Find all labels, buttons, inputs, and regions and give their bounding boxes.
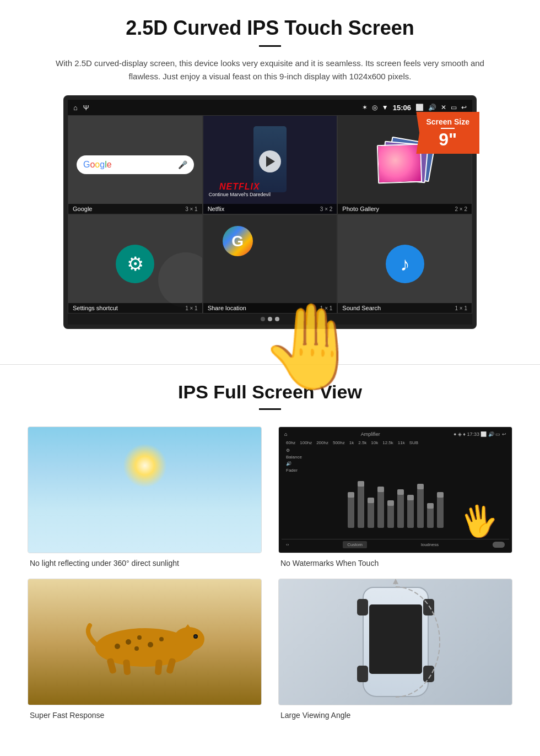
badge-title: Screen Size	[426, 117, 469, 126]
amp-home-icon[interactable]: ⌂	[284, 431, 287, 437]
amp-status-icons: ● ◈ ♦ 17:33 ⬜ 🔊 ▭ ↩	[453, 431, 506, 437]
gallery-grid-size: 2 × 2	[455, 206, 467, 212]
status-right: ✶ ◎ ▼ 15:06 ⬜ 🔊 ✕ ▭ ↩	[362, 104, 467, 112]
window-icon[interactable]: ▭	[451, 104, 457, 111]
svg-point-13	[195, 635, 197, 638]
device-container: ⌂ Ψ ✶ ◎ ▼ 15:06 ⬜ 🔊 ✕ ▭ ↩	[63, 95, 477, 329]
sunlight-caption: No light reflecting under 360° direct su…	[28, 559, 262, 568]
svg-point-7	[137, 635, 142, 640]
amp-top-bar: ⌂ Amplifier ● ◈ ♦ 17:33 ⬜ 🔊 ▭ ↩	[282, 430, 509, 439]
flower-image	[378, 145, 421, 183]
amp-bottom: ‹› Custom loudness	[282, 539, 509, 550]
eq-bar-9	[427, 506, 434, 528]
google-app-label: Google	[73, 206, 92, 212]
camera-icon: ⬜	[415, 104, 424, 111]
cheetah-svg	[73, 609, 217, 675]
sound-grid-size: 1 × 1	[455, 305, 467, 311]
google-g-icon: G	[223, 226, 253, 256]
car-image: ↑	[278, 579, 512, 705]
feature-cheetah: Super Fast Response	[28, 579, 262, 720]
hand-pointer-image: 🤚	[260, 298, 363, 395]
amp-title: Amplifier	[361, 431, 380, 437]
loudness-toggle[interactable]	[493, 542, 505, 548]
feature-car: ↑ Large Viewing Angle	[278, 579, 512, 720]
netflix-logo-area: NETFLIX Continue Marvel's Daredevil	[209, 182, 271, 197]
mic-icon[interactable]: 🎤	[178, 160, 187, 169]
cheetah-image	[28, 579, 262, 705]
custom-button[interactable]: Custom	[343, 541, 367, 548]
feature-sunlight: No light reflecting under 360° direct su…	[28, 426, 262, 568]
sun-glow	[123, 444, 167, 488]
car-scene: ↑	[279, 579, 512, 705]
netflix-grid-size: 3 × 2	[320, 206, 333, 212]
location-icon: ◎	[372, 104, 377, 111]
title-underline	[259, 45, 281, 47]
netflix-app-label: Netflix	[208, 206, 225, 212]
music-note-symbol: ♪	[400, 253, 410, 275]
amp-nav-icons: ‹›	[286, 542, 289, 547]
volume-icon: 🔊	[428, 104, 436, 111]
amplifier-image: ⌂ Amplifier ● ◈ ♦ 17:33 ⬜ 🔊 ▭ ↩ 60hz100h…	[278, 426, 512, 553]
app-grid-row1: Google 🎤 Google 3 × 1	[68, 115, 472, 214]
cheetah-caption: Super Fast Response	[28, 711, 262, 720]
share-app-label: Share location	[208, 305, 246, 311]
status-bar: ⌂ Ψ ✶ ◎ ▼ 15:06 ⬜ 🔊 ✕ ▭ ↩	[68, 100, 472, 115]
status-left: ⌂ Ψ	[73, 104, 89, 112]
svg-point-11	[115, 644, 120, 649]
sunlight-image	[28, 426, 262, 553]
music-note-circle: ♪	[386, 245, 424, 283]
gear-symbol: ⚙	[127, 253, 144, 275]
back-icon[interactable]: ↩	[461, 104, 467, 111]
section1-description: With 2.5D curved-display screen, this de…	[55, 57, 485, 83]
section1: 2.5D Curved IPS Touch Screen With 2.5D c…	[0, 0, 540, 342]
netflix-subtitle: Continue Marvel's Daredevil	[209, 192, 271, 197]
google-label-bar: Google 3 × 1	[68, 204, 202, 214]
home-icon[interactable]: ⌂	[73, 104, 78, 112]
status-time: 15:06	[393, 104, 411, 112]
photo-card-3	[376, 144, 422, 184]
loudness-label: loudness	[421, 542, 439, 547]
svg-point-9	[159, 637, 164, 641]
eq-bar-2	[358, 484, 364, 528]
amp-equalizer: 🖐	[282, 474, 509, 539]
wifi-icon: ▼	[382, 104, 388, 111]
usb-icon: Ψ	[83, 104, 89, 112]
amp-hand: 🖐	[457, 500, 501, 542]
netflix-label-bar: Netflix 3 × 2	[203, 204, 337, 214]
amp-side-labels: ⚙ Balance 🔊 Fader	[282, 447, 509, 474]
sunlight-scene	[28, 427, 261, 553]
settings-bg-circle	[158, 252, 203, 307]
svg-point-6	[126, 639, 131, 645]
google-search-bar[interactable]: Google 🎤	[77, 155, 194, 174]
eq-bar-5	[387, 503, 394, 528]
close-icon[interactable]: ✕	[441, 104, 446, 111]
eq-bar-4	[377, 489, 384, 528]
screen-size-badge: Screen Size 9"	[416, 112, 479, 154]
eq-bar-7	[407, 498, 414, 528]
play-triangle	[266, 156, 275, 167]
gallery-label-bar: Photo Gallery 2 × 2	[338, 204, 472, 214]
cheetah-scene	[28, 579, 261, 705]
eq-bar-1	[348, 495, 354, 528]
bluetooth-icon: ✶	[362, 104, 368, 111]
eq-bar-10	[437, 495, 444, 528]
app-cell-netflix[interactable]: NETFLIX Continue Marvel's Daredevil Netf…	[203, 115, 338, 214]
app-cell-google[interactable]: Google 🎤 Google 3 × 1	[68, 115, 203, 214]
section2-underline	[259, 408, 281, 410]
device-screen: ⌂ Ψ ✶ ◎ ▼ 15:06 ⬜ 🔊 ✕ ▭ ↩	[63, 95, 477, 329]
svg-point-8	[148, 642, 153, 647]
amplifier-caption: No Watermarks When Touch	[278, 559, 512, 568]
section2: IPS Full Screen View No light reflecting…	[0, 365, 540, 736]
svg-marker-14	[393, 579, 398, 584]
car-caption: Large Viewing Angle	[278, 711, 512, 720]
google-grid-size: 3 × 1	[185, 206, 198, 212]
app-cell-settings[interactable]: ⚙ Settings shortcut 1 × 1	[68, 214, 203, 314]
car-rotation-arrow	[341, 579, 451, 705]
netflix-play-button[interactable]	[259, 150, 281, 172]
feature-amplifier: ⌂ Amplifier ● ◈ ♦ 17:33 ⬜ 🔊 ▭ ↩ 60hz100h…	[278, 426, 512, 568]
svg-point-10	[134, 646, 139, 651]
settings-app-label: Settings shortcut	[73, 305, 118, 311]
eq-bar-6	[397, 492, 404, 528]
section1-title: 2.5D Curved IPS Touch Screen	[33, 17, 507, 40]
settings-label-bar: Settings shortcut 1 × 1	[68, 303, 202, 313]
